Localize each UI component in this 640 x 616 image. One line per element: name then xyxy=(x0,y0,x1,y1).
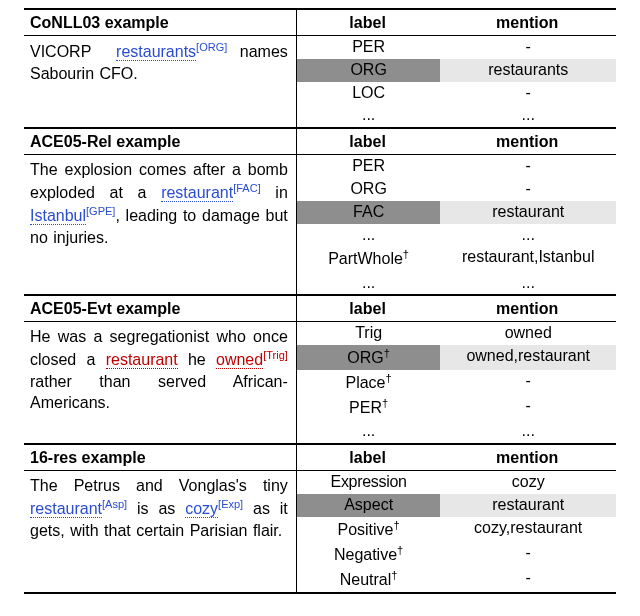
table-row: Expressioncozy xyxy=(297,471,616,494)
column-header-mention: mention xyxy=(438,9,616,36)
rows-container: ExpressioncozyAspectrestaurantPositive†c… xyxy=(296,471,616,593)
table-row: ORG†owned,restaurant xyxy=(297,345,616,370)
row-mention: restaurant xyxy=(440,201,616,224)
row-mention: - xyxy=(440,82,616,105)
example-text: The Petrus and Vonglas's tiny restaurant… xyxy=(24,471,296,593)
column-header-mention: mention xyxy=(438,128,616,155)
example-text: The explosion comes after a bomb explode… xyxy=(24,155,296,296)
row-label: ... xyxy=(297,272,441,295)
table-row: Trigowned xyxy=(297,322,616,345)
example-text: VICORP restaurants[ORG] names Sabourin C… xyxy=(24,36,296,129)
row-mention: ... xyxy=(440,420,616,443)
row-label: ORG xyxy=(297,59,441,82)
rows-container: PER-ORG-FACrestaurant......PartWhole†res… xyxy=(296,155,616,296)
rows-container: PER-ORGrestaurantsLOC-...... xyxy=(296,36,616,129)
row-mention: cozy,restaurant xyxy=(440,517,616,542)
row-mention: - xyxy=(440,370,616,395)
row-label: ... xyxy=(297,420,441,443)
table-row: Negative†- xyxy=(297,542,616,567)
column-header-label: label xyxy=(296,295,438,322)
row-mention: cozy xyxy=(440,471,616,494)
row-label: Aspect xyxy=(297,494,441,517)
row-mention: - xyxy=(440,567,616,592)
column-header-mention: mention xyxy=(438,444,616,471)
table-row: LOC- xyxy=(297,82,616,105)
row-mention: - xyxy=(440,36,616,59)
row-mention: owned xyxy=(440,322,616,345)
row-label: PER xyxy=(297,36,441,59)
row-mention: - xyxy=(440,542,616,567)
row-label: Trig xyxy=(297,322,441,345)
row-mention: ... xyxy=(440,104,616,127)
rows-container: TrigownedORG†owned,restaurantPlace†-PER†… xyxy=(296,322,616,444)
row-label: PER xyxy=(297,155,441,178)
column-header-label: label xyxy=(296,444,438,471)
row-mention: restaurant xyxy=(440,494,616,517)
row-mention: restaurants xyxy=(440,59,616,82)
table-row: PartWhole†restaurant,Istanbul xyxy=(297,246,616,271)
row-label: Positive† xyxy=(297,517,441,542)
table-row: PER- xyxy=(297,155,616,178)
table-row: ORGrestaurants xyxy=(297,59,616,82)
row-mention: - xyxy=(440,178,616,201)
row-label: PartWhole† xyxy=(297,246,441,271)
row-label: ... xyxy=(297,104,441,127)
examples-table: CoNLL03 examplelabelmentionVICORP restau… xyxy=(24,8,616,594)
row-mention: - xyxy=(440,395,616,420)
row-mention: - xyxy=(440,155,616,178)
table-row: Place†- xyxy=(297,370,616,395)
table-row: ...... xyxy=(297,104,616,127)
row-mention: ... xyxy=(440,224,616,247)
table-row: Neutral†- xyxy=(297,567,616,592)
section-header: ACE05-Rel example xyxy=(24,128,296,155)
section-header: CoNLL03 example xyxy=(24,9,296,36)
row-label: ORG† xyxy=(297,345,441,370)
row-label: Expression xyxy=(297,471,441,494)
table-row: ...... xyxy=(297,224,616,247)
row-label: LOC xyxy=(297,82,441,105)
table-row: ...... xyxy=(297,420,616,443)
row-label: FAC xyxy=(297,201,441,224)
row-label: Neutral† xyxy=(297,567,441,592)
section-header: 16-res example xyxy=(24,444,296,471)
row-label: ... xyxy=(297,224,441,247)
table-row: FACrestaurant xyxy=(297,201,616,224)
table-row: ORG- xyxy=(297,178,616,201)
table-row: ...... xyxy=(297,272,616,295)
row-mention: restaurant,Istanbul xyxy=(440,246,616,271)
row-label: PER† xyxy=(297,395,441,420)
row-label: Place† xyxy=(297,370,441,395)
example-text: He was a segregationist who once closed … xyxy=(24,322,296,444)
column-header-mention: mention xyxy=(438,295,616,322)
table-row: Positive†cozy,restaurant xyxy=(297,517,616,542)
column-header-label: label xyxy=(296,9,438,36)
row-mention: ... xyxy=(440,272,616,295)
section-header: ACE05-Evt example xyxy=(24,295,296,322)
table-row: PER- xyxy=(297,36,616,59)
row-label: ORG xyxy=(297,178,441,201)
column-header-label: label xyxy=(296,128,438,155)
table-row: PER†- xyxy=(297,395,616,420)
table-row: Aspectrestaurant xyxy=(297,494,616,517)
row-label: Negative† xyxy=(297,542,441,567)
row-mention: owned,restaurant xyxy=(440,345,616,370)
